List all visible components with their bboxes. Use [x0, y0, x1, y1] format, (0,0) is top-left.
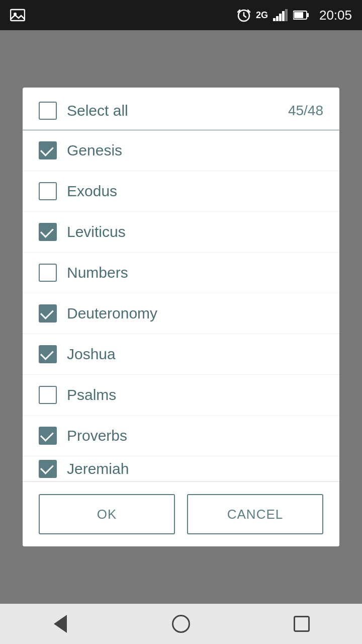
list-item[interactable]: Psalms: [23, 375, 339, 416]
numbers-label: Numbers: [67, 264, 128, 281]
recent-button[interactable]: [287, 609, 317, 639]
dialog-buttons: OK CANCEL: [23, 481, 339, 546]
select-all-left: Select all: [39, 102, 128, 120]
svg-rect-7: [273, 18, 276, 21]
status-bar: 2G 20:05: [0, 0, 362, 30]
psalms-label: Psalms: [67, 386, 116, 404]
genesis-label: Genesis: [67, 142, 122, 159]
select-all-row[interactable]: Select all 45/48: [23, 88, 339, 130]
jeremiah-checkbox[interactable]: [39, 460, 57, 478]
list-item[interactable]: Proverbs: [23, 416, 339, 456]
leviticus-checkbox[interactable]: [39, 223, 57, 241]
battery-icon: [293, 10, 309, 20]
genesis-checkbox[interactable]: [39, 141, 57, 159]
select-all-label: Select all: [67, 102, 128, 119]
svg-rect-10: [282, 11, 285, 21]
nav-bar: [0, 604, 362, 644]
select-all-checkbox[interactable]: [39, 102, 57, 120]
deuteronomy-label: Deuteronomy: [67, 305, 157, 322]
list-item[interactable]: Exodus: [23, 171, 339, 212]
joshua-checkbox[interactable]: [39, 345, 57, 363]
proverbs-checkbox[interactable]: [39, 427, 57, 445]
numbers-checkbox[interactable]: [39, 264, 57, 282]
list-item[interactable]: Numbers: [23, 253, 339, 293]
svg-rect-11: [285, 9, 288, 21]
cancel-button[interactable]: CANCEL: [187, 494, 323, 534]
list-item[interactable]: Genesis: [23, 130, 339, 171]
status-icons-right: 2G 20:05: [237, 8, 352, 23]
svg-rect-0: [11, 10, 25, 21]
signal-icon: [273, 9, 288, 21]
leviticus-label: Leviticus: [67, 223, 126, 240]
time-display: 20:05: [319, 8, 352, 23]
dialog-overlay: Select all 45/48 Genesis Exodus Leviticu…: [0, 30, 362, 604]
ok-button[interactable]: OK: [39, 494, 175, 534]
list-item[interactable]: Leviticus: [23, 212, 339, 253]
home-icon: [172, 615, 190, 633]
back-button[interactable]: [45, 609, 75, 639]
list-item[interactable]: Deuteronomy: [23, 293, 339, 334]
svg-rect-8: [276, 16, 279, 21]
svg-rect-14: [307, 13, 309, 17]
jeremiah-label: Jeremiah: [67, 460, 129, 477]
exodus-label: Exodus: [67, 183, 117, 200]
joshua-label: Joshua: [67, 346, 116, 363]
home-button[interactable]: [166, 609, 196, 639]
recent-icon: [294, 616, 310, 632]
deuteronomy-checkbox[interactable]: [39, 304, 57, 323]
proverbs-label: Proverbs: [67, 427, 127, 444]
list-item[interactable]: Joshua: [23, 334, 339, 375]
svg-rect-13: [294, 12, 303, 18]
back-icon: [54, 615, 67, 633]
list-item-partial[interactable]: Jeremiah: [23, 456, 339, 481]
books-list[interactable]: Genesis Exodus Leviticus Numbers Deutero…: [23, 130, 339, 481]
status-left: [10, 0, 25, 30]
alarm-icon: [237, 8, 251, 22]
psalms-checkbox[interactable]: [39, 386, 57, 404]
svg-rect-9: [279, 14, 282, 21]
dialog: Select all 45/48 Genesis Exodus Leviticu…: [23, 88, 339, 546]
image-icon: [10, 8, 25, 22]
svg-line-4: [244, 16, 246, 17]
network-2g: 2G: [256, 10, 268, 21]
count-badge: 45/48: [288, 103, 323, 119]
exodus-checkbox[interactable]: [39, 182, 57, 200]
